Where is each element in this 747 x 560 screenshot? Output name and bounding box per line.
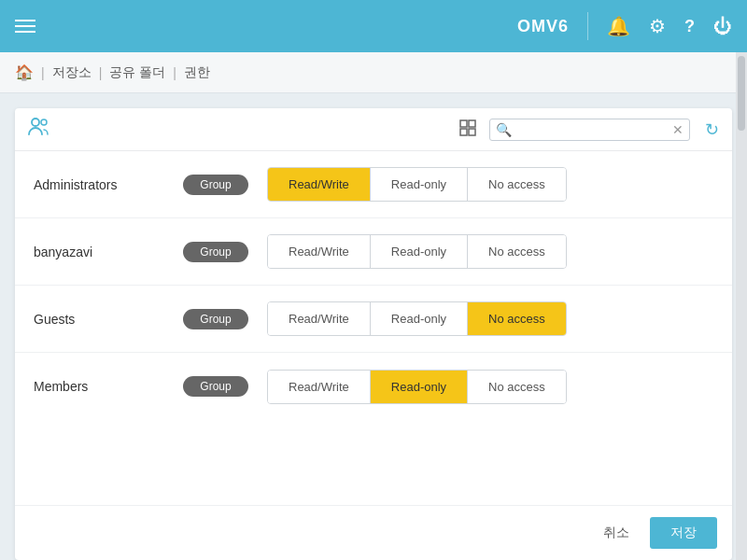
bell-icon[interactable]: 🔔	[607, 15, 630, 37]
breadcrumb-sep-1: |	[41, 65, 45, 80]
permission-name: Guests	[34, 312, 183, 327]
read-write-button[interactable]: Read/Write	[268, 168, 371, 201]
cancel-button[interactable]: 취소	[594, 519, 639, 547]
scrollbar[interactable]	[736, 52, 747, 560]
read-only-button[interactable]: Read-only	[371, 168, 468, 201]
table-row: banyazaviGroupRead/WriteRead-onlyNo acce…	[15, 218, 732, 286]
home-icon[interactable]: 🏠	[15, 63, 34, 81]
permission-badge: Group	[183, 242, 248, 262]
table-row: GuestsGroupRead/WriteRead-onlyNo access	[15, 286, 732, 353]
table-row: AdministratorsGroupRead/WriteRead-onlyNo…	[15, 151, 732, 218]
breadcrumb-sep-3: |	[173, 65, 176, 80]
permission-buttons: Read/WriteRead-onlyNo access	[267, 370, 567, 404]
grid-view-icon[interactable]	[459, 119, 476, 140]
read-only-button[interactable]: Read-only	[371, 235, 468, 268]
main-area: 🔍 ✕ ↻ AdministratorsGroupRead/WriteRead-…	[0, 93, 747, 560]
breadcrumb-shared-folder[interactable]: 공유 폴더	[109, 64, 165, 81]
read-write-button[interactable]: Read/Write	[268, 302, 371, 335]
permission-name: Members	[34, 379, 183, 394]
permission-name: Administrators	[34, 177, 183, 192]
help-icon[interactable]: ?	[684, 17, 695, 36]
breadcrumb-sep-2: |	[99, 65, 103, 80]
no-access-button[interactable]: No access	[468, 168, 566, 201]
read-write-button[interactable]: Read/Write	[268, 235, 371, 268]
refresh-icon[interactable]: ↻	[705, 119, 719, 140]
scrollbar-thumb[interactable]	[738, 56, 745, 131]
save-button[interactable]: 저장	[650, 517, 717, 549]
permissions-card: 🔍 ✕ ↻ AdministratorsGroupRead/WriteRead-…	[15, 108, 732, 560]
topbar: OMV6 🔔 ⚙ ? ⏻	[0, 0, 747, 52]
permission-buttons: Read/WriteRead-onlyNo access	[267, 301, 567, 336]
power-icon[interactable]: ⏻	[713, 16, 732, 37]
hamburger-menu-button[interactable]	[15, 20, 35, 33]
svg-point-1	[41, 119, 47, 125]
card-toolbar: 🔍 ✕ ↻	[15, 108, 732, 151]
read-write-button[interactable]: Read/Write	[268, 371, 371, 403]
permissions-list: AdministratorsGroupRead/WriteRead-onlyNo…	[15, 151, 732, 505]
topbar-right: OMV6 🔔 ⚙ ? ⏻	[517, 12, 732, 40]
card-footer: 취소 저장	[15, 505, 732, 560]
search-container: 🔍 ✕	[489, 119, 690, 141]
permission-badge: Group	[183, 175, 248, 195]
search-input[interactable]	[515, 122, 672, 136]
permission-name: banyazavi	[34, 245, 183, 259]
breadcrumb-storage[interactable]: 저장소	[52, 64, 92, 81]
permission-badge: Group	[183, 309, 248, 329]
svg-point-0	[32, 119, 39, 126]
svg-rect-5	[469, 129, 475, 135]
topbar-divider	[587, 12, 588, 40]
svg-rect-2	[460, 120, 467, 127]
svg-rect-4	[460, 129, 467, 135]
app-brand: OMV6	[517, 17, 569, 36]
permission-badge: Group	[183, 376, 248, 397]
search-clear-icon[interactable]: ✕	[672, 122, 684, 137]
breadcrumb-permissions[interactable]: 권한	[184, 64, 210, 81]
no-access-button[interactable]: No access	[468, 302, 566, 335]
breadcrumb: 🏠 | 저장소 | 공유 폴더 | 권한	[0, 52, 747, 93]
no-access-button[interactable]: No access	[468, 235, 566, 268]
no-access-button[interactable]: No access	[468, 371, 566, 403]
read-only-button[interactable]: Read-only	[371, 371, 468, 403]
topbar-left	[15, 20, 35, 33]
permission-buttons: Read/WriteRead-onlyNo access	[267, 167, 567, 202]
permission-buttons: Read/WriteRead-onlyNo access	[267, 234, 567, 269]
permissions-icon	[28, 118, 49, 141]
table-row: MembersGroupRead/WriteRead-onlyNo access	[15, 353, 732, 420]
read-only-button[interactable]: Read-only	[371, 302, 468, 335]
search-icon: 🔍	[496, 122, 512, 137]
gear-icon[interactable]: ⚙	[649, 15, 666, 37]
svg-rect-3	[469, 120, 475, 127]
